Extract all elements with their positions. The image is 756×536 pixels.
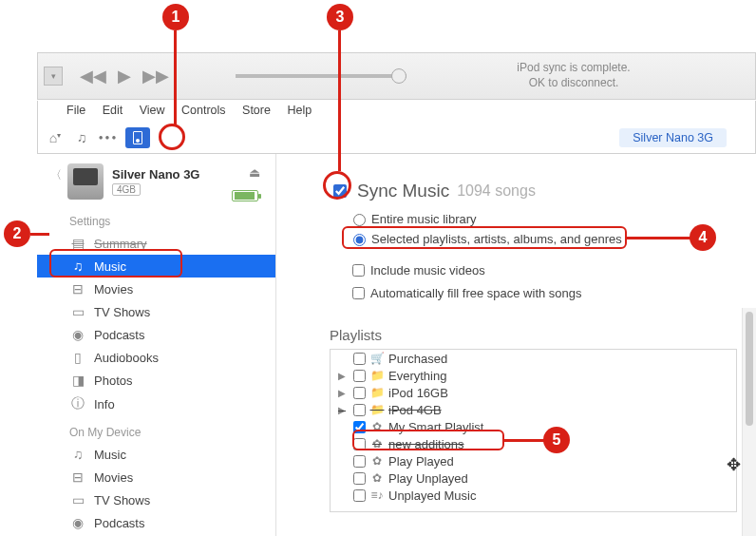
gear-icon: ✿ xyxy=(369,454,385,468)
volume-slider[interactable] xyxy=(236,74,406,78)
device-item-label: TV Shows xyxy=(94,493,150,507)
playlist-checkbox[interactable] xyxy=(353,353,366,365)
annotation-line-4 xyxy=(627,237,691,239)
movies-icon: ⊟ xyxy=(69,469,86,485)
cart-icon: 🛒 xyxy=(369,352,385,365)
sync-music-row: Sync Music 1094 songs xyxy=(330,181,756,201)
rewind-button[interactable]: ◀◀ xyxy=(80,66,106,86)
device-chip[interactable]: Silver Nano 3G xyxy=(619,128,727,147)
playlist-row[interactable]: ▶📁Everything xyxy=(331,367,736,384)
sync-option-2: Include music videos xyxy=(349,261,756,279)
main-panel: Sync Music 1094 songs Entire music libra… xyxy=(276,154,756,536)
ipod-icon xyxy=(133,131,142,144)
device-item-music[interactable]: ♫Music xyxy=(37,443,275,466)
device-item-movies[interactable]: ⊟Movies xyxy=(37,466,275,488)
sidebar-item-podcasts[interactable]: ◉Podcasts xyxy=(37,323,275,346)
device-item-podcasts[interactable]: ◉Podcasts xyxy=(37,511,275,534)
annotation-badge-4: 4 xyxy=(690,224,716,251)
sync-option-3-input[interactable] xyxy=(352,287,365,299)
annotation-line-3 xyxy=(338,30,341,171)
info-icon: ⓘ xyxy=(69,395,86,412)
podcasts-icon: ◉ xyxy=(69,327,86,342)
play-button[interactable]: ▶ xyxy=(118,66,131,86)
playlist-row[interactable]: ▶📁iPod 16GB xyxy=(331,384,736,401)
sync-option-2-input[interactable] xyxy=(352,264,365,277)
playlist-label: iPod 16GB xyxy=(388,386,448,400)
status-display: iPod sync is complete. OK to disconnect. xyxy=(406,61,755,90)
menu-controls[interactable]: Controls xyxy=(181,104,226,117)
toolbar: ⌂▾ ♫ ●●● Silver Nano 3G xyxy=(37,122,756,154)
sync-music-count: 1094 songs xyxy=(457,182,536,200)
movies-icon: ⊟ xyxy=(69,281,86,297)
sidebar-item-audiobooks[interactable]: ▯Audiobooks xyxy=(37,346,275,369)
playlist-label: Play Unplayed xyxy=(388,471,468,486)
playlist-row[interactable]: ✿Play Played xyxy=(331,452,736,469)
audiobooks-icon: ▯ xyxy=(69,350,86,365)
device-item-label: Movies xyxy=(94,470,133,485)
menu-edit[interactable]: Edit xyxy=(103,104,123,117)
annotation-box-5 xyxy=(352,430,504,450)
library-music-icon[interactable]: ♫ xyxy=(69,127,94,148)
sidebar-item-tv-shows[interactable]: ▭TV Shows xyxy=(37,300,275,323)
menu-help[interactable]: Help xyxy=(287,104,312,117)
playlist-checkbox[interactable] xyxy=(353,370,366,382)
playlist-row[interactable]: 🛒Purchased xyxy=(331,350,736,367)
playlist-checkbox[interactable] xyxy=(353,404,366,416)
sync-option-0: Entire music library xyxy=(349,211,756,226)
sidebar-item-label: Info xyxy=(94,397,115,412)
disclosure-triangle-icon[interactable]: ▶ xyxy=(338,405,350,415)
playlist-row[interactable]: ≡♪Unplayed Music xyxy=(331,487,736,504)
more-icon[interactable]: ●●● xyxy=(96,127,121,148)
device-thumbnail xyxy=(67,163,104,200)
annotation-badge-5: 5 xyxy=(543,427,570,453)
sync-option-3-label: Automatically fill free space with songs xyxy=(370,286,582,300)
home-icon[interactable]: ⌂▾ xyxy=(43,127,67,148)
menu-file[interactable]: File xyxy=(66,104,85,117)
playlist-checkbox[interactable] xyxy=(353,387,366,399)
sidebar-item-label: TV Shows xyxy=(94,305,150,319)
scrollbar-thumb[interactable] xyxy=(746,312,753,426)
playlist-label: Purchased xyxy=(388,352,447,366)
disclosure-triangle-icon[interactable]: ▶ xyxy=(338,371,350,381)
sidebar-item-label: Movies xyxy=(94,282,133,297)
annotation-box-2 xyxy=(49,249,182,278)
sidebar-item-movies[interactable]: ⊟Movies xyxy=(37,278,275,300)
sidebar-item-label: Photos xyxy=(94,373,132,388)
forward-button[interactable]: ▶▶ xyxy=(142,66,169,86)
playlist-label: Unplayed Music xyxy=(388,488,477,503)
scrollbar[interactable] xyxy=(742,308,756,536)
device-button[interactable] xyxy=(125,127,150,148)
device-header: 〈 Silver Nano 3G 4GB ⏏ xyxy=(37,154,275,205)
playlist-checkbox[interactable] xyxy=(353,489,366,502)
sync-option-0-label: Entire music library xyxy=(371,212,477,226)
back-chevron-icon[interactable]: 〈 xyxy=(50,167,62,183)
battery-icon xyxy=(232,190,258,201)
sidebar-item-info[interactable]: ⓘInfo xyxy=(37,392,275,416)
menu-bar: File Edit View Controls Store Help xyxy=(37,101,756,122)
playback-bar: ▾ ◀◀ ▶ ▶▶ iPod sync is complete. OK to d… xyxy=(37,52,756,100)
playlist-row[interactable]: ✿Play Unplayed xyxy=(331,469,736,487)
playlist-checkbox[interactable] xyxy=(353,455,366,468)
playlist-row[interactable]: ▶📁iPod 4GB xyxy=(331,401,736,418)
eject-icon[interactable]: ⏏ xyxy=(249,165,260,180)
annotation-ring-1 xyxy=(159,124,185,150)
disclosure-triangle-icon[interactable]: ▶ xyxy=(338,388,350,398)
playlist-checkbox[interactable] xyxy=(353,472,366,485)
playback-controls: ◀◀ ▶ ▶▶ xyxy=(80,66,169,86)
device-item-tv-shows[interactable]: ▭TV Shows xyxy=(37,488,275,511)
sidebar: 〈 Silver Nano 3G 4GB ⏏ Settings ▤Summary… xyxy=(37,154,276,536)
annotation-line-1 xyxy=(174,30,177,125)
menu-store[interactable]: Store xyxy=(242,104,271,117)
sync-option-0-input[interactable] xyxy=(353,214,366,226)
menu-view[interactable]: View xyxy=(140,104,165,117)
annotation-badge-3: 3 xyxy=(327,4,353,30)
sidebar-item-photos[interactable]: ◨Photos xyxy=(37,369,275,392)
volume-thumb[interactable] xyxy=(391,68,406,84)
list-icon: ≡♪ xyxy=(369,488,385,502)
on-my-device-label: On My Device xyxy=(37,416,275,443)
device-item-label: Podcasts xyxy=(94,516,144,530)
status-line-2: OK to disconnect. xyxy=(406,76,741,91)
status-line-1: iPod sync is complete. xyxy=(406,61,741,76)
gear-icon: ✿ xyxy=(369,471,385,485)
window-drag-handle[interactable]: ▾ xyxy=(44,67,63,86)
